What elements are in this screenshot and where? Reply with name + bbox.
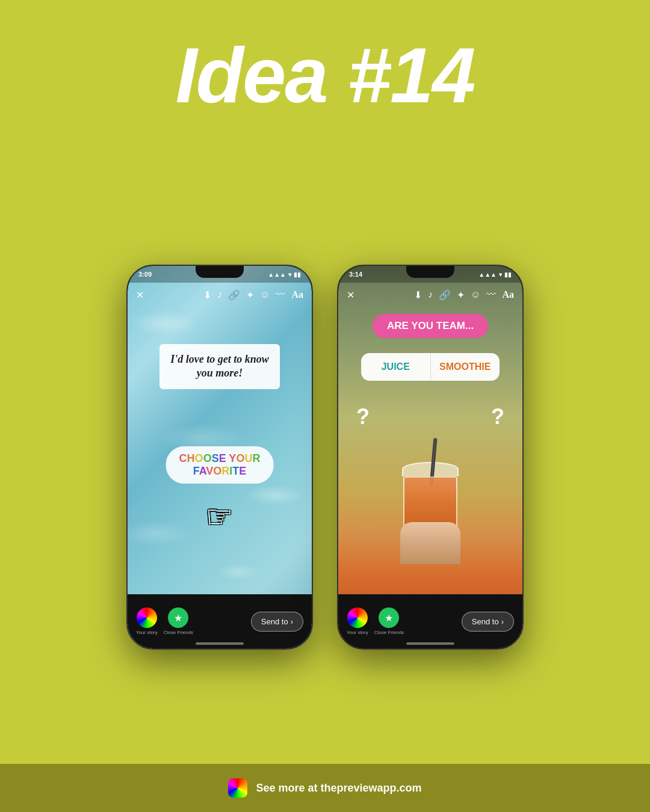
close-friends-label-1: Close Friends: [164, 630, 193, 635]
choose-sticker: CHOOSE YOUR FAVORITE: [166, 446, 274, 484]
choose-line2: FAVORITE: [179, 465, 261, 478]
cursor-icon: ☞: [206, 499, 233, 534]
page-header: Idea #14: [175, 36, 474, 114]
send-to-button-2[interactable]: Send to ›: [462, 612, 514, 632]
poll-option-smoothie[interactable]: SMOOTHIE: [430, 353, 500, 381]
bottom-bar-2: Your story ★ Close Friends Send to ›: [338, 594, 522, 648]
your-story-circle-1: [137, 607, 157, 628]
link-icon[interactable]: 🔗: [228, 289, 240, 301]
sparkle-icon[interactable]: ✦: [246, 289, 254, 301]
download-icon[interactable]: ⬇: [203, 289, 211, 301]
phone-2-screen: 3:14 ▲▲▲ ▾ ▮▮ ✕ ⬇ ♪ 🔗 ✦: [338, 266, 522, 648]
phone-1-screen: 3:09 ▲▲▲ ▾ ▮▮ ✕ ⬇ ♪ 🔗 ✦: [128, 266, 312, 648]
bottom-bar-1: Your story ★ Close Friends Send to ›: [128, 594, 312, 648]
chevron-right-icon: ›: [291, 617, 293, 626]
footer-logo-icon: [228, 778, 247, 798]
phone-2-background: 3:14 ▲▲▲ ▾ ▮▮ ✕ ⬇ ♪ 🔗 ✦: [338, 266, 522, 648]
question-mark-right: ?: [491, 404, 504, 429]
battery-icon-2: ▮▮: [504, 271, 512, 278]
emoji-icon[interactable]: ☺: [260, 289, 270, 300]
your-story-button-2[interactable]: Your story: [347, 607, 368, 635]
wifi-icon-2: ▾: [499, 271, 502, 278]
your-story-label-2: Your story: [347, 630, 368, 635]
team-text: ARE YOU TEAM...: [387, 320, 474, 331]
story-toolbar-1: ✕ ⬇ ♪ 🔗 ✦ ☺ 〰 Aa: [128, 284, 312, 306]
close-friends-button-1[interactable]: ★ Close Friends: [164, 607, 193, 635]
close-friends-button-2[interactable]: ★ Close Friends: [374, 607, 404, 635]
text-icon-2[interactable]: Aa: [502, 289, 514, 300]
draw-icon[interactable]: 〰: [276, 289, 285, 300]
toolbar-icons-2: ⬇ ♪ 🔗 ✦ ☺ 〰 Aa: [414, 289, 514, 301]
phones-container: 3:09 ▲▲▲ ▾ ▮▮ ✕ ⬇ ♪ 🔗 ✦: [126, 150, 524, 764]
poll-option-juice[interactable]: JUICE: [361, 353, 430, 381]
team-sticker: ARE YOU TEAM...: [373, 314, 488, 338]
notch-1: [196, 266, 244, 278]
signal-icon-2: ▲▲▲: [478, 271, 497, 278]
music-icon-2[interactable]: ♪: [428, 289, 433, 300]
home-indicator-2: [406, 642, 454, 645]
your-story-circle-2: [347, 607, 368, 628]
signal-icon: ▲▲▲: [268, 271, 286, 278]
close-icon[interactable]: ✕: [136, 289, 144, 301]
send-to-button-1[interactable]: Send to ›: [251, 612, 303, 632]
close-friends-circle-1: ★: [168, 607, 188, 628]
emoji-icon-2[interactable]: ☺: [471, 289, 480, 300]
sparkle-icon-2[interactable]: ✦: [457, 289, 465, 301]
drink-cup: [400, 462, 460, 564]
draw-icon-2[interactable]: 〰: [486, 289, 496, 300]
footer: See more at thepreviewapp.com: [0, 764, 650, 812]
your-story-label-1: Your story: [136, 630, 158, 635]
page-title: Idea #14: [175, 36, 474, 114]
toolbar-icons-1: ⬇ ♪ 🔗 ✦ ☺ 〰 Aa: [203, 289, 303, 301]
poll-sticker[interactable]: JUICE SMOOTHIE: [361, 353, 500, 381]
close-icon-2[interactable]: ✕: [347, 289, 354, 301]
time-2: 3:14: [349, 271, 362, 278]
time-1: 3:09: [138, 271, 152, 278]
phone-2: 3:14 ▲▲▲ ▾ ▮▮ ✕ ⬇ ♪ 🔗 ✦: [337, 265, 524, 650]
notch-2: [406, 266, 454, 278]
battery-icon: ▮▮: [294, 271, 301, 278]
hand-visual: [400, 522, 460, 564]
choose-line1: CHOOSE YOUR: [179, 452, 261, 465]
your-story-button-1[interactable]: Your story: [136, 607, 158, 635]
close-friends-circle-2: ★: [379, 607, 399, 628]
close-friends-label-2: Close Friends: [374, 630, 404, 635]
home-indicator-1: [196, 642, 244, 645]
story-toolbar-2: ✕ ⬇ ♪ 🔗 ✦ ☺ 〰 Aa: [338, 284, 522, 306]
wifi-icon: ▾: [288, 271, 291, 278]
download-icon-2[interactable]: ⬇: [414, 289, 422, 301]
sticker-text: I'd love to get to know you more!: [170, 352, 269, 381]
question-mark-left: ?: [356, 404, 370, 429]
drink-visual: [382, 420, 478, 600]
status-icons-2: ▲▲▲ ▾ ▮▮: [478, 271, 512, 278]
status-icons-1: ▲▲▲ ▾ ▮▮: [268, 271, 301, 278]
music-icon[interactable]: ♪: [217, 289, 222, 300]
chevron-right-icon-2: ›: [501, 617, 504, 626]
text-sticker-1: I'd love to get to know you more!: [159, 344, 280, 389]
link-icon-2[interactable]: 🔗: [439, 289, 451, 301]
text-icon[interactable]: Aa: [291, 289, 303, 300]
footer-text: See more at thepreviewapp.com: [256, 782, 421, 795]
phone-1: 3:09 ▲▲▲ ▾ ▮▮ ✕ ⬇ ♪ 🔗 ✦: [126, 265, 313, 650]
phone-1-background: 3:09 ▲▲▲ ▾ ▮▮ ✕ ⬇ ♪ 🔗 ✦: [128, 266, 312, 648]
